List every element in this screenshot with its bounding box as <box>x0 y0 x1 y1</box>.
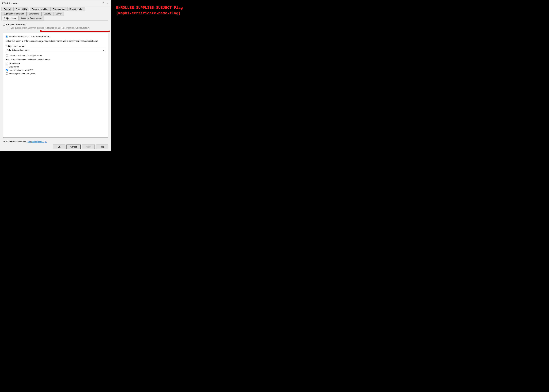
cancel-button[interactable]: Cancel <box>66 145 81 149</box>
upn-checkbox[interactable] <box>6 69 8 71</box>
compat-note: * Control is disabled due to compatibili… <box>3 140 108 143</box>
annotation-line2: (mspki-certificate-name-flag) <box>116 11 544 16</box>
apply-button[interactable]: Apply <box>82 145 95 149</box>
tab-server[interactable]: Server <box>54 12 64 16</box>
tab-request-handling[interactable]: Request Handling <box>30 7 50 11</box>
supply-in-request-label: Supply in the request <box>6 23 27 26</box>
email-name-label: E-mail name <box>9 62 20 65</box>
tab-key-attestation[interactable]: Key Attestation <box>67 7 85 11</box>
dns-name-row: DNS name <box>6 66 105 68</box>
help-footer-button[interactable]: Help <box>96 145 108 149</box>
sub-option-row: Use subject information from existing ce… <box>7 27 108 29</box>
content-area: Supply in the request Use subject inform… <box>0 21 111 139</box>
subject-name-format-wrapper: Fully distinguished name Common name Non… <box>6 48 105 52</box>
title-bar: ESC4 Properties ? × <box>0 0 111 6</box>
supply-in-request-radio[interactable] <box>3 24 5 26</box>
dns-name-label: DNS name <box>9 66 19 68</box>
upn-row: User principal name (UPN) <box>6 69 105 71</box>
tab-extensions[interactable]: Extensions <box>27 12 41 16</box>
tab-cryptography[interactable]: Cryptography <box>50 7 67 11</box>
tab-security[interactable]: Security <box>41 12 53 16</box>
help-button[interactable]: ? <box>102 1 105 5</box>
build-from-ad-radio[interactable] <box>6 35 8 38</box>
tab-issuance-requirements[interactable]: Issuance Requirements <box>19 16 44 21</box>
tabs-container: General Compatibility Request Handling C… <box>0 6 111 21</box>
autoenroll-checkbox[interactable] <box>7 27 10 29</box>
tabs-row2: Superseded Templates Extensions Security… <box>1 12 110 16</box>
tabs-row1: General Compatibility Request Handling C… <box>1 7 110 11</box>
build-from-ad-group: Build from this Active Directory informa… <box>3 33 108 138</box>
include-email-row: Include e-mail name in subject name <box>6 55 105 57</box>
ok-button[interactable]: OK <box>53 145 65 149</box>
dns-name-checkbox[interactable] <box>6 66 8 68</box>
subject-name-format-dropdown[interactable]: Fully distinguished name Common name Non… <box>6 48 105 52</box>
supply-in-request-group: Supply in the request Use subject inform… <box>3 23 108 29</box>
title-bar-controls: ? × <box>102 1 109 5</box>
dialog-title: ESC4 Properties <box>2 2 19 5</box>
supply-in-request-radio-row: Supply in the request <box>3 23 108 26</box>
include-email-label: Include e-mail name in subject name <box>9 55 42 57</box>
alternate-section-label: Include this information in alternate su… <box>6 59 105 61</box>
button-row: OK Cancel Apply Help <box>3 145 108 149</box>
build-from-ad-radio-row: Build from this Active Directory informa… <box>6 35 105 38</box>
include-email-checkbox[interactable] <box>6 55 8 57</box>
tab-compatibility[interactable]: Compatibility <box>14 7 29 11</box>
annotation-panel: ENROLLEE_SUPPLIES_SUBJECT Flag (mspki-ce… <box>111 0 549 151</box>
build-from-ad-desc: Select this option to enforce consistenc… <box>6 40 105 42</box>
tab-general[interactable]: General <box>1 7 13 11</box>
email-name-row: E-mail name <box>6 62 105 65</box>
footer: * Control is disabled due to compatibili… <box>0 139 111 151</box>
autoenroll-label: Use subject information from existing ce… <box>11 27 90 29</box>
build-from-ad-label: Build from this Active Directory informa… <box>9 35 50 38</box>
close-button[interactable]: × <box>106 1 109 5</box>
annotation-line1: ENROLLEE_SUPPLIES_SUBJECT Flag <box>116 5 544 11</box>
compat-link[interactable]: compatibility settings. <box>28 140 47 143</box>
tabs-row3: Subject Name Issuance Requirements <box>1 16 110 21</box>
subject-name-format-label: Subject name format: <box>6 45 105 47</box>
compat-prefix: * Control is disabled due to <box>3 140 28 143</box>
dialog: ESC4 Properties ? × General Compatibilit… <box>0 0 111 151</box>
upn-label: User principal name (UPN) <box>9 69 33 71</box>
tab-subject-name[interactable]: Subject Name <box>1 16 19 21</box>
spn-checkbox[interactable] <box>6 72 8 75</box>
spn-label: Service principal name (SPN) <box>9 72 35 75</box>
email-name-checkbox[interactable] <box>6 62 8 64</box>
tab-superseded-templates[interactable]: Superseded Templates <box>1 12 27 16</box>
spn-row: Service principal name (SPN) <box>6 72 105 75</box>
